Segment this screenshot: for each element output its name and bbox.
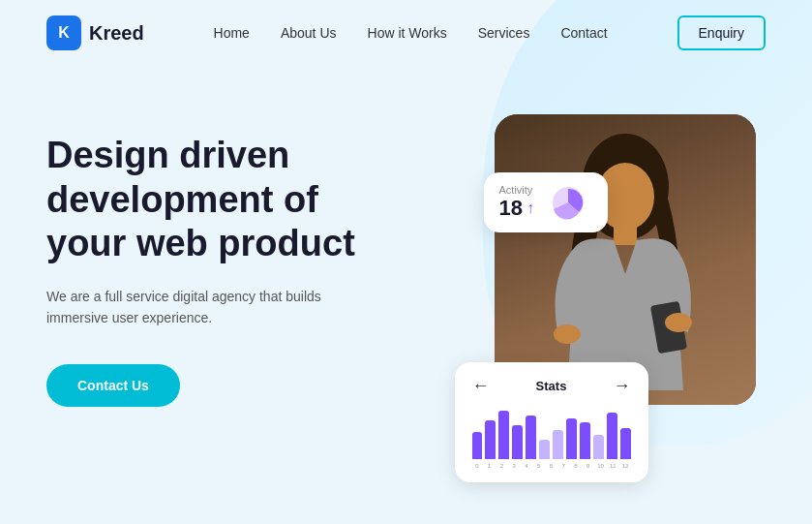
- activity-label: Activity: [499, 184, 534, 196]
- hero-title: Design driven development of your web pr…: [46, 134, 387, 266]
- stats-label: 2: [496, 463, 507, 469]
- nav-home[interactable]: Home: [214, 25, 250, 41]
- stats-header: ← Stats →: [472, 376, 631, 396]
- nav-about[interactable]: About Us: [281, 25, 337, 41]
- stats-next-button[interactable]: →: [613, 376, 630, 396]
- stats-label: 4: [522, 463, 532, 469]
- stats-card: ← Stats → 0123456789101112: [455, 362, 648, 482]
- logo-text: Kreed: [89, 22, 144, 45]
- hero-left: Design driven development of your web pr…: [46, 114, 387, 407]
- stats-bar: [553, 430, 563, 459]
- svg-point-5: [665, 313, 692, 332]
- stats-bar: [607, 413, 617, 459]
- stats-label: 6: [546, 463, 556, 469]
- hero-photo-card: [495, 114, 756, 405]
- stats-label: 8: [571, 463, 582, 469]
- enquiry-button[interactable]: Enquiry: [677, 15, 766, 50]
- stats-bar: [580, 422, 590, 459]
- stats-title: Stats: [536, 379, 567, 393]
- stats-prev-button[interactable]: ←: [472, 376, 490, 396]
- svg-point-4: [554, 324, 581, 344]
- stats-label: 7: [558, 463, 569, 469]
- stats-label: 9: [583, 463, 593, 469]
- stats-bar: [512, 425, 523, 459]
- stats-label: 3: [509, 463, 520, 469]
- stats-bar: [485, 420, 496, 459]
- stats-bar: [620, 428, 631, 459]
- activity-card: Activity 18 ↑: [484, 172, 608, 232]
- stats-bar: [566, 418, 577, 459]
- stats-bar: [526, 416, 536, 459]
- nav-links: Home About Us How it Works Services Cont…: [214, 24, 608, 42]
- stats-bar: [539, 440, 550, 459]
- stats-bar: [498, 411, 509, 459]
- stats-label: 11: [608, 463, 618, 469]
- hero-right: Activity 18 ↑ ← Stats → 012345678: [426, 114, 767, 502]
- activity-arrow-icon: ↑: [526, 200, 534, 217]
- nav-contact[interactable]: Contact: [560, 25, 607, 41]
- stats-bar: [593, 435, 604, 459]
- logo-icon: K: [46, 15, 81, 50]
- navbar: K Kreed Home About Us How it Works Servi…: [0, 0, 812, 66]
- activity-info: Activity 18 ↑: [499, 184, 534, 221]
- activity-value: 18 ↑: [499, 196, 534, 221]
- contact-us-button[interactable]: Contact Us: [46, 364, 180, 407]
- stats-labels: 0123456789101112: [472, 463, 631, 469]
- hero-photo: [495, 114, 756, 405]
- activity-chart: [544, 185, 592, 220]
- hero-subtitle: We are a full service digital agency tha…: [46, 286, 337, 329]
- stats-label: 1: [484, 463, 495, 469]
- stats-label: 12: [620, 463, 631, 469]
- nav-services[interactable]: Services: [478, 25, 530, 41]
- stats-label: 10: [595, 463, 606, 469]
- stats-bar: [472, 432, 483, 459]
- woman-illustration: [528, 119, 722, 400]
- svg-rect-2: [614, 226, 637, 245]
- stats-label: 0: [472, 463, 483, 469]
- logo[interactable]: K Kreed: [46, 15, 144, 50]
- stats-label: 5: [533, 463, 544, 469]
- nav-how-it-works[interactable]: How it Works: [368, 25, 447, 41]
- stats-bars: [472, 406, 631, 459]
- hero-section: Design driven development of your web pr…: [0, 66, 812, 524]
